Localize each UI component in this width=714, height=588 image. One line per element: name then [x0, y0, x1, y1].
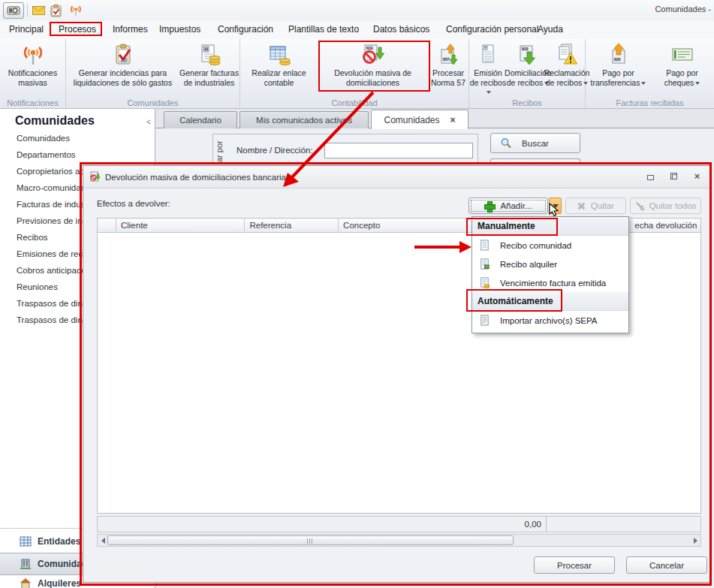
clipboard-check-icon — [111, 43, 135, 67]
svg-text:H: H — [204, 47, 208, 52]
broadcast-icon[interactable] — [68, 3, 84, 18]
application-menu-button[interactable] — [3, 2, 24, 19]
sidebar-item-recibos[interactable]: Recibos — [17, 233, 48, 242]
n19-return-icon: N19 — [361, 43, 385, 67]
name-address-label: Nombre / Dirección: — [236, 146, 313, 155]
filter-by-vertical-tab[interactable]: ar por — [215, 135, 230, 162]
sidebar-collapse-icon[interactable]: < — [146, 117, 151, 126]
sidebar-item-reuniones[interactable]: Reuniones — [17, 282, 58, 291]
invoice-h-icon: H — [197, 43, 221, 67]
reclamacion-recibos-button[interactable]: Reclamación de recibos — [549, 41, 585, 87]
realizar-enlace-contable-button[interactable]: Realizar enlace contable — [241, 41, 318, 87]
tab-close-icon[interactable]: × — [450, 115, 456, 125]
generar-facturas-button[interactable]: H Generar facturas de industriales — [179, 41, 240, 87]
scrollbar-thumb[interactable] — [107, 535, 514, 545]
secondary-button-partial[interactable] — [490, 158, 580, 163]
grid-icon — [20, 535, 32, 547]
quitar-todos-button[interactable]: Quitar todos — [630, 198, 701, 214]
ribbon-group-notificaciones: Notificaciones masivas Notificaciones — [0, 39, 66, 108]
horizontal-scrollbar[interactable] — [97, 534, 701, 547]
emision-recibos-button[interactable]: T Emisión de recibos — [469, 41, 507, 97]
procesar-norma57-button[interactable]: N57 Procesar Norma 57 — [429, 41, 468, 87]
pago-cheques-button[interactable]: Pago por cheques — [651, 41, 714, 87]
tab-mis-comunicados[interactable]: Mis comunicados activos — [240, 111, 369, 128]
column-referencia[interactable]: Referencia — [245, 219, 339, 232]
domiciliacion-recibos-button[interactable]: N19 Domiciliación de recibos — [507, 41, 549, 87]
sidebar-item-traspasos-1[interactable]: Traspasos de dine — [17, 299, 87, 308]
menu-item-recibo-alquiler[interactable]: Recibo alquiler — [472, 255, 628, 273]
tabstrip: Calendario Mis comunicados activos Comun… — [155, 109, 714, 128]
group-label: Recibos — [469, 98, 585, 107]
tab-comunidades[interactable]: Comunidades × — [371, 110, 468, 129]
close-button[interactable]: × — [692, 171, 702, 181]
maximize-button[interactable] — [669, 171, 679, 181]
ribbon-group-recibos: T Emisión de recibos N19 Domiciliación d… — [469, 39, 586, 108]
devolucion-masiva-button[interactable]: N19 Devolución masiva de domiciliaciones — [318, 41, 429, 87]
sidebar-item-emisiones[interactable]: Emisiones de recib — [17, 249, 89, 258]
sidebar-item-comunidades[interactable]: Comunidades — [17, 134, 70, 143]
sidebar-item-copropietarios[interactable]: Copropietarios ac — [17, 167, 84, 176]
sidebar-item-facturas[interactable]: Facturas de indus — [17, 200, 85, 209]
sidebar-item-macro-comunidad[interactable]: Macro-comunidad — [17, 183, 86, 192]
procesar-button[interactable]: Procesar — [534, 556, 615, 574]
menu-item-recibo-comunidad[interactable]: Recibo comunidad — [472, 236, 628, 255]
anadir-dropdown-button[interactable] — [549, 198, 562, 214]
search-icon — [500, 137, 512, 149]
tab-calendario[interactable]: Calendario — [164, 111, 237, 128]
menu-configuracion[interactable]: Configuración — [218, 24, 273, 35]
svg-text:N34: N34 — [613, 58, 620, 62]
n57-icon: N57 — [436, 43, 460, 67]
sidebar-item-previsiones[interactable]: Previsiones de ind — [17, 216, 87, 225]
anadir-context-menu: Manualmente Recibo comunidad Recibo alqu… — [471, 216, 629, 333]
menu-procesos[interactable]: Procesos — [59, 24, 96, 35]
menu-ayuda[interactable]: Ayuda — [538, 24, 563, 35]
total-amount: 0,00 — [98, 517, 547, 532]
menu-principal[interactable]: Principal — [9, 24, 44, 35]
scroll-right-icon[interactable] — [690, 535, 700, 546]
ribbon-group-facturas-recibidas: N34 Pago por transferencias Pago por che… — [586, 39, 714, 108]
menu-datos-basicos[interactable]: Datos básicos — [373, 24, 429, 35]
pago-transferencias-button[interactable]: N34 Pago por transferencias — [586, 41, 651, 87]
menu-item-vencimiento-factura[interactable]: Vencimiento factura emitida — [472, 273, 628, 292]
broadcast-icon — [21, 43, 45, 67]
menu-item-importar-sepa[interactable]: Importar archivo(s) SEPA — [472, 311, 628, 330]
buscar-button[interactable]: Buscar — [490, 133, 580, 153]
effects-label: Efectos a devolver: — [97, 199, 170, 208]
ribbon-group-comunidades: Generar incidencias para liquidaciones d… — [66, 39, 240, 108]
sidebar-item-departamentos[interactable]: Departamentos — [17, 150, 76, 159]
minimize-button[interactable] — [646, 171, 655, 181]
generar-incidencias-button[interactable]: Generar incidencias para liquidaciones d… — [67, 41, 179, 87]
sidebar-item-cobros[interactable]: Cobros anticipado — [17, 266, 86, 275]
menu-plantillas[interactable]: Plantillas de texto — [288, 24, 359, 35]
sidebar-item-traspasos-2[interactable]: Traspasos de dine — [17, 315, 87, 324]
quitar-button[interactable]: Quitar — [565, 198, 626, 214]
column-cliente[interactable]: Cliente — [116, 219, 246, 232]
dropdown-arrow-icon — [487, 91, 491, 94]
svg-text:T: T — [485, 47, 487, 50]
menu-header-manualmente: Manualmente — [472, 217, 628, 236]
dialog-titlebar[interactable]: Devolución masiva de domiciliaciones ban… — [83, 166, 709, 188]
name-address-input[interactable] — [324, 143, 473, 158]
titlebar: Comunidades - — [0, 0, 714, 21]
column-indicator[interactable] — [98, 219, 116, 232]
dialog-icon — [89, 171, 101, 182]
svg-text:N19: N19 — [366, 47, 372, 50]
menu-configuracion-personal[interactable]: Configuración personal — [446, 24, 538, 35]
building-icon — [20, 558, 32, 570]
dropdown-arrow-icon — [695, 82, 700, 85]
cancelar-button[interactable]: Cancelar — [626, 556, 707, 574]
menu-impuestos[interactable]: Impuestos — [159, 24, 200, 35]
mail-icon[interactable] — [30, 3, 47, 18]
notificaciones-masivas-button[interactable]: Notificaciones masivas — [2, 41, 65, 87]
n19-down-icon: N19 — [516, 43, 540, 67]
totals-row: 0,00 — [97, 516, 701, 532]
ledger-icon — [267, 43, 291, 67]
scroll-left-icon[interactable] — [98, 535, 108, 546]
svg-text:N19: N19 — [522, 47, 529, 51]
toolbar-separator — [27, 4, 28, 17]
app-icon — [7, 5, 20, 16]
anadir-button[interactable]: Añadir... — [468, 198, 548, 214]
tasks-icon[interactable] — [48, 3, 65, 18]
menu-informes[interactable]: Informes — [113, 24, 148, 35]
dropdown-arrow-icon — [553, 204, 559, 208]
